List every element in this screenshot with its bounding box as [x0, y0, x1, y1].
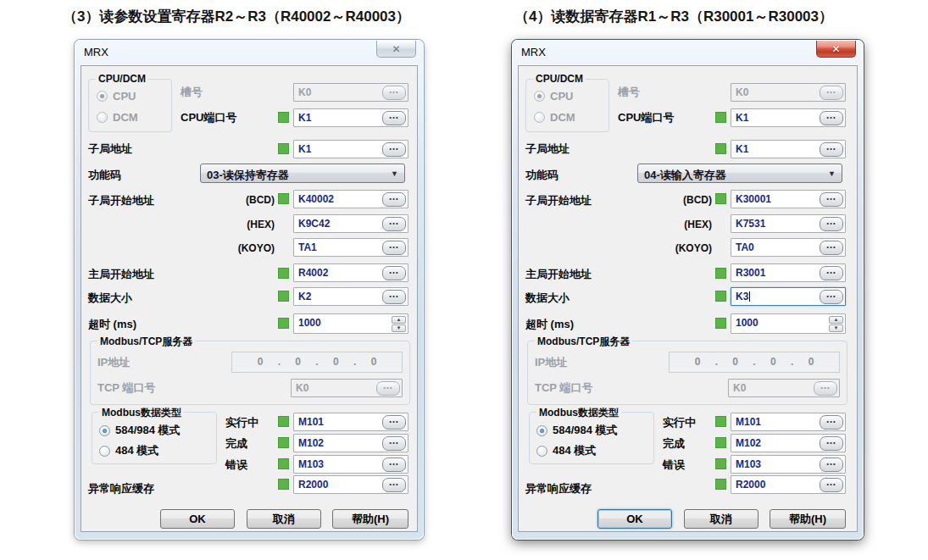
- cpu-dcm-group: CPU/DCM CPU DCM: [525, 79, 609, 132]
- slot-field: K0 …: [293, 83, 408, 102]
- browse-button[interactable]: …: [382, 111, 406, 125]
- func-code-dropdown[interactable]: 04-读输入寄存器 ▼: [637, 164, 842, 183]
- browse-button[interactable]: …: [820, 111, 843, 125]
- done-field[interactable]: M102 …: [731, 434, 846, 452]
- cpu-port-field[interactable]: K1 …: [731, 108, 846, 127]
- bcd-field[interactable]: K30001 …: [731, 190, 846, 208]
- browse-button[interactable]: …: [820, 457, 843, 472]
- func-code-label: 功能码: [525, 168, 558, 183]
- browse-button[interactable]: …: [382, 241, 406, 255]
- bcd-value: K40002: [298, 193, 334, 205]
- browse-button[interactable]: …: [382, 217, 406, 231]
- mode-584-radio[interactable]: [536, 425, 547, 436]
- master-start-field[interactable]: R3001 …: [731, 263, 846, 282]
- indicator-square: [278, 479, 289, 490]
- done-field[interactable]: M102 …: [293, 434, 408, 452]
- browse-button[interactable]: …: [382, 266, 406, 280]
- browse-button[interactable]: …: [382, 436, 406, 451]
- data-size-field[interactable]: K3 …: [731, 287, 846, 306]
- ip-address-field: 0 . 0 . 0 . 0: [669, 352, 840, 373]
- mode-584-radio[interactable]: [99, 425, 110, 436]
- browse-button[interactable]: …: [820, 142, 843, 157]
- browse-button[interactable]: …: [382, 290, 406, 304]
- browse-button[interactable]: …: [820, 415, 843, 430]
- koyo-field[interactable]: TA0 …: [731, 238, 846, 257]
- browse-button[interactable]: …: [820, 478, 843, 492]
- help-button[interactable]: 帮助(H): [770, 509, 846, 529]
- timeout-field[interactable]: 1000 ▲ ▼: [731, 313, 846, 334]
- help-button[interactable]: 帮助(H): [332, 509, 408, 529]
- data-size-field[interactable]: K2 …: [293, 287, 408, 306]
- exception-field[interactable]: R2000 …: [731, 475, 846, 494]
- mode-484-radio[interactable]: [99, 446, 110, 457]
- ok-button[interactable]: OK: [160, 509, 235, 529]
- browse-button[interactable]: …: [820, 266, 843, 280]
- bcd-field[interactable]: K40002 …: [293, 190, 408, 208]
- tcp-port-value: K0: [733, 382, 746, 394]
- titlebar[interactable]: MRX ✕: [75, 40, 424, 65]
- hex-field[interactable]: K9C42 …: [293, 214, 408, 233]
- ip-label: IP地址: [535, 355, 567, 370]
- koyo-value: TA0: [736, 241, 754, 253]
- master-start-field[interactable]: R4002 …: [293, 263, 408, 282]
- cancel-button[interactable]: 取消: [247, 509, 321, 529]
- browse-button[interactable]: …: [382, 192, 406, 207]
- slave-addr-field[interactable]: K1 …: [293, 140, 408, 158]
- browse-button: …: [376, 381, 400, 396]
- error-label: 错误: [663, 457, 685, 473]
- done-value: M102: [298, 437, 324, 449]
- close-button[interactable]: ✕: [376, 41, 416, 58]
- indicator-square: [715, 416, 726, 427]
- cpu-radio: [97, 91, 108, 102]
- exception-field[interactable]: R2000 …: [293, 475, 408, 494]
- running-label: 实行中: [225, 415, 258, 430]
- browse-button[interactable]: …: [382, 457, 406, 472]
- indicator-square: [278, 437, 289, 448]
- cancel-button[interactable]: 取消: [684, 509, 759, 529]
- koyo-field[interactable]: TA1 …: [293, 238, 408, 257]
- bcd-value: K30001: [736, 193, 771, 205]
- func-code-dropdown[interactable]: 03-读保持寄存器 ▼: [200, 164, 405, 183]
- running-field[interactable]: M101 …: [731, 413, 846, 431]
- error-field[interactable]: M103 …: [731, 455, 846, 474]
- modbus-type-group: Modbus数据类型 584/984 模式 484 模式: [529, 412, 654, 464]
- running-value: M101: [298, 416, 324, 428]
- data-size-label: 数据大小: [525, 291, 570, 306]
- browse-button[interactable]: …: [820, 290, 843, 304]
- indicator-square: [278, 416, 289, 427]
- done-label: 完成: [225, 436, 247, 452]
- hex-field[interactable]: K7531 …: [731, 214, 846, 233]
- running-label: 实行中: [663, 415, 696, 430]
- timeout-field[interactable]: 1000 ▲ ▼: [293, 313, 408, 334]
- hex-value: K9C42: [298, 218, 330, 230]
- browse-button[interactable]: …: [820, 241, 843, 255]
- close-button[interactable]: ✕: [816, 41, 856, 58]
- browse-button[interactable]: …: [820, 217, 843, 231]
- cpu-radio: [534, 91, 545, 102]
- master-start-value: R4002: [298, 267, 328, 279]
- tcp-port-field: K0 …: [728, 379, 840, 397]
- spinner-up-icon[interactable]: ▲: [829, 316, 843, 324]
- indicator-square: [715, 291, 726, 302]
- titlebar[interactable]: MRX ✕: [512, 40, 864, 65]
- browse-button[interactable]: …: [382, 478, 406, 492]
- exception-label: 异常响应缓存: [525, 481, 592, 496]
- modbus-type-legend: Modbus数据类型: [536, 406, 621, 420]
- spinner-up-icon[interactable]: ▲: [392, 316, 406, 324]
- browse-button[interactable]: …: [820, 436, 843, 451]
- browse-button[interactable]: …: [382, 142, 406, 157]
- mode-484-radio[interactable]: [536, 446, 547, 457]
- tcp-port-value: K0: [296, 382, 308, 394]
- close-icon: ✕: [831, 44, 840, 54]
- slave-addr-field[interactable]: K1 …: [731, 140, 846, 158]
- spinner-down-icon[interactable]: ▼: [829, 324, 843, 332]
- browse-button[interactable]: …: [382, 415, 406, 430]
- error-field[interactable]: M103 …: [293, 455, 408, 474]
- cpu-port-field[interactable]: K1 …: [293, 108, 408, 127]
- running-field[interactable]: M101 …: [293, 413, 408, 431]
- browse-button[interactable]: …: [820, 192, 843, 207]
- ok-button[interactable]: OK: [597, 509, 672, 529]
- spinner-down-icon[interactable]: ▼: [392, 324, 406, 332]
- indicator-square: [278, 318, 289, 329]
- mode-484-label: 484 模式: [553, 443, 596, 458]
